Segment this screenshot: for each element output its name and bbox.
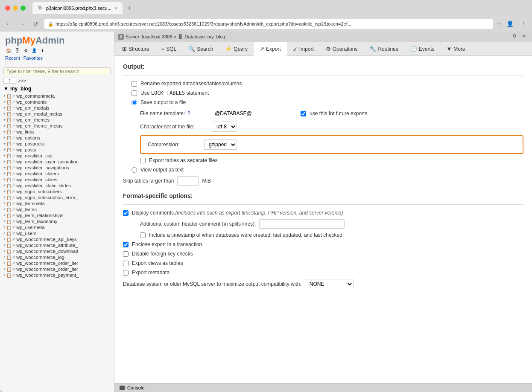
export-views-checkbox[interactable] <box>123 261 129 266</box>
skip-tables-input[interactable] <box>177 176 199 186</box>
db-header[interactable]: ▼ my_blog <box>0 84 114 93</box>
events-tab-icon: 🕐 <box>410 46 417 52</box>
tab-import[interactable]: ↙ Import <box>287 42 320 56</box>
maximize-button[interactable] <box>20 6 26 11</box>
enclose-transaction-checkbox[interactable] <box>123 242 129 247</box>
table-item[interactable]: +📋↗wp_term_relationships <box>0 212 114 218</box>
charset-row: Character set of the file: utf-8 <box>123 122 523 132</box>
save-output-radio[interactable] <box>132 100 137 105</box>
tab-search[interactable]: 🔍 Search <box>182 42 219 56</box>
back-button[interactable]: ← <box>3 19 14 29</box>
table-item[interactable]: +📋↗wp_em_modals <box>0 105 114 111</box>
table-item[interactable]: +📋↗wp_sgpb_subscription_error_ <box>0 195 114 200</box>
timestamp-checkbox[interactable] <box>140 232 146 238</box>
table-item[interactable]: +📋↗wp_revslider_navigations <box>0 165 114 171</box>
address-bar[interactable]: 🔒 https://p3plcpnl0896.prod.phx3.secures… <box>44 19 493 29</box>
bookmark-button[interactable]: ☆ <box>497 21 501 27</box>
recent-link[interactable]: Recent <box>5 55 20 61</box>
reload-button[interactable]: ↺ <box>31 19 41 29</box>
info-icon[interactable]: ℹ <box>39 47 46 54</box>
page-next-button[interactable]: >>> <box>18 78 26 83</box>
table-item[interactable]: +📋↗wp_links <box>0 129 114 135</box>
help-icon[interactable]: ? <box>187 110 190 116</box>
tab-sql[interactable]: ≡ SQL <box>155 42 183 56</box>
table-icons: 📋↗ <box>6 112 15 116</box>
tab-routines[interactable]: 🔧 Routines <box>363 42 404 56</box>
close-button[interactable] <box>5 6 10 11</box>
compression-row-wrapper: Compression: none zipped gzipped <box>123 135 523 154</box>
tab-events[interactable]: 🕐 Events <box>404 42 441 56</box>
structure-tab-label: Structure <box>129 46 149 52</box>
table-item[interactable]: +📋↗wp_woocommerce_order_iter <box>0 266 114 272</box>
tab-more[interactable]: ▼ More <box>440 42 471 56</box>
server-icon: 🖥 <box>118 34 124 40</box>
table-item[interactable]: +📋↗wp_woocommerce_download <box>0 248 114 254</box>
tab-close-button[interactable]: ✕ <box>114 6 117 11</box>
settings-icon[interactable]: ⚙ <box>22 47 29 54</box>
db-icon[interactable]: 🗄 <box>14 47 20 54</box>
minimize-button[interactable] <box>13 6 18 11</box>
rename-checkbox[interactable] <box>132 81 137 87</box>
table-item[interactable]: +📋↗wp_commentmeta <box>0 93 114 99</box>
forward-button[interactable]: → <box>17 19 27 29</box>
home-icon[interactable]: 🏠 <box>5 47 12 54</box>
tab-export[interactable]: ↗ Export <box>254 42 287 56</box>
custom-header-input[interactable] <box>259 219 345 229</box>
table-item[interactable]: +📋↗wp_revslider_slides <box>0 177 114 183</box>
db-system-select[interactable]: NONE ANSI DB2 MAXDB MYSQL323 MYSQL40 ORA… <box>305 279 354 289</box>
table-item[interactable]: +📋↗wp_posts <box>0 147 114 153</box>
table-item[interactable]: +📋↗wp_options <box>0 135 114 141</box>
console-bar[interactable]: Console <box>114 383 532 392</box>
table-item[interactable]: +📋↗wp_revslider_css <box>0 153 114 159</box>
table-item[interactable]: +📋↗wp_postmeta <box>0 141 114 147</box>
tab-operations[interactable]: ⚙ Operations <box>320 42 364 56</box>
display-comments-checkbox[interactable] <box>123 210 129 216</box>
active-tab[interactable]: 🐘 p3plcpnl0896.prod.phx3.secu... ✕ <box>32 2 123 14</box>
settings-top-icon[interactable]: ⚙ <box>512 33 519 40</box>
tab-query[interactable]: ⚡ Query <box>219 42 254 56</box>
expand-icon: + <box>3 273 6 277</box>
view-output-radio[interactable] <box>132 167 137 173</box>
user-icon[interactable]: 👤 <box>31 47 38 54</box>
table-item[interactable]: +📋↗wp_terms <box>0 206 114 212</box>
use-future-checkbox[interactable] <box>301 111 306 116</box>
export-separate-checkbox[interactable] <box>140 158 146 163</box>
table-item[interactable]: +📋↗wp_termmeta <box>0 200 114 206</box>
table-item[interactable]: +📋↗wp_em_modal_metas <box>0 111 114 117</box>
expand-icon: + <box>3 249 6 253</box>
table-item[interactable]: +📋↗wp_woocommerce_api_keys <box>0 236 114 242</box>
query-tab-label: Query <box>234 46 248 52</box>
table-item[interactable]: +📋↗wp_usermeta <box>0 224 114 230</box>
table-item[interactable]: +📋↗wp_revslider_sliders <box>0 171 114 177</box>
table-item[interactable]: +📋↗wp_em_theme_metas <box>0 123 114 129</box>
file-template-input[interactable] <box>212 109 297 118</box>
table-item[interactable]: +📋↗wp_users <box>0 230 114 236</box>
collapse-top-icon[interactable]: ✕ <box>522 33 529 40</box>
menu-button[interactable]: ⋮ <box>518 19 529 29</box>
new-tab-button[interactable]: + <box>124 3 134 13</box>
table-item[interactable]: +📋↗wp_term_taxonomy <box>0 218 114 224</box>
table-item[interactable]: +📋↗wp_em_themes <box>0 117 114 123</box>
table-item[interactable]: +📋↗wp_revslider_layer_animation <box>0 159 114 165</box>
charset-select[interactable]: utf-8 <box>212 122 237 132</box>
table-item[interactable]: +📋↗wp_woocommerce_log <box>0 254 114 260</box>
profile-button[interactable]: 👤 <box>505 19 515 29</box>
skip-unit-label: MiB <box>202 178 211 184</box>
table-item[interactable]: +📋↗wp_sgpb_subscribers <box>0 189 114 195</box>
table-item[interactable]: +📋↗wp_woocommerce_attribute_ <box>0 242 114 248</box>
lock-tables-checkbox[interactable] <box>132 90 137 96</box>
favorites-link[interactable]: Favorites <box>23 55 43 61</box>
expand-icon: + <box>3 189 6 194</box>
table-item[interactable]: +📋↗wp_comments <box>0 99 114 105</box>
table-item[interactable]: +📋↗wp_woocommerce_order_iter <box>0 260 114 266</box>
disable-foreign-checkbox[interactable] <box>123 251 129 257</box>
page-number-input[interactable] <box>3 78 16 84</box>
expand-icon: + <box>3 207 6 212</box>
table-item[interactable]: +📋↗wp_woocommerce_payment_ <box>0 272 114 278</box>
filter-input[interactable] <box>3 67 111 75</box>
tab-structure[interactable]: ⊞ Structure <box>116 42 155 56</box>
expand-icon: + <box>3 225 6 229</box>
table-item[interactable]: +📋↗wp_revslider_static_slides <box>0 183 114 189</box>
export-metadata-checkbox[interactable] <box>123 270 129 276</box>
compression-select[interactable]: none zipped gzipped <box>204 139 237 150</box>
